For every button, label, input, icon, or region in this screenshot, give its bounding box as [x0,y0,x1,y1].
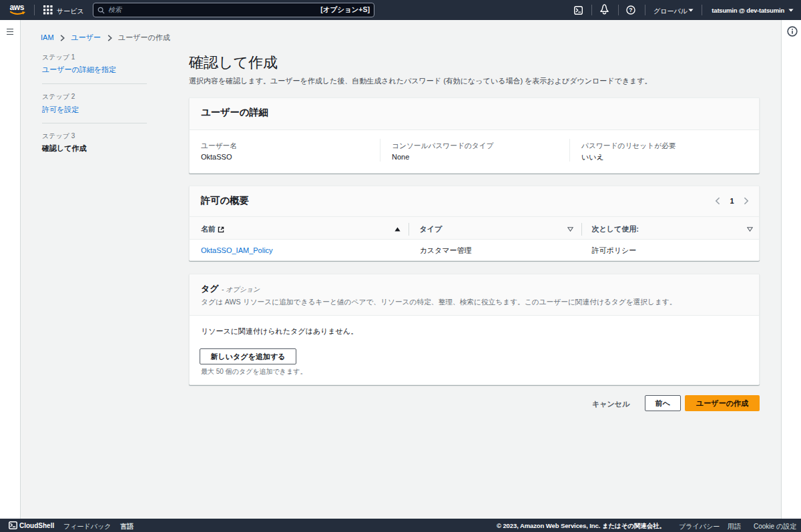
svg-text:?: ? [629,7,632,13]
svg-text:aws: aws [10,4,25,12]
